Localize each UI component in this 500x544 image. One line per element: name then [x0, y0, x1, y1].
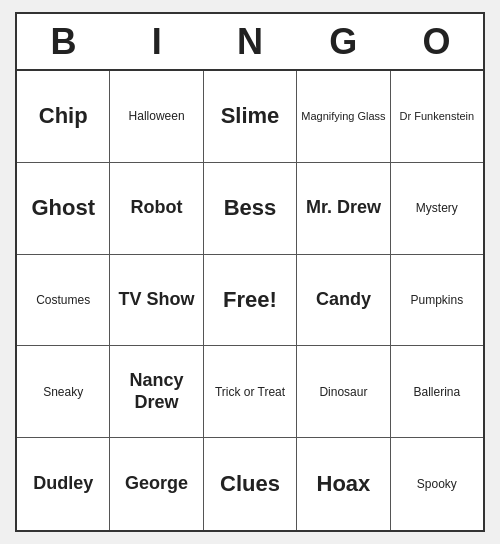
bingo-cell-4-3: Hoax	[297, 438, 390, 530]
cell-text-3-4: Ballerina	[413, 385, 460, 399]
cell-text-1-0: Ghost	[31, 195, 95, 221]
header-letter-I: I	[110, 14, 203, 69]
bingo-cell-1-3: Mr. Drew	[297, 163, 390, 255]
cell-text-4-2: Clues	[220, 471, 280, 497]
bingo-cell-1-0: Ghost	[17, 163, 110, 255]
bingo-cell-2-1: TV Show	[110, 255, 203, 347]
cell-text-3-2: Trick or Treat	[215, 385, 285, 399]
bingo-cell-3-0: Sneaky	[17, 346, 110, 438]
bingo-card: BINGO ChipHalloweenSlimeMagnifying Glass…	[15, 12, 485, 532]
bingo-row-4: DudleyGeorgeCluesHoaxSpooky	[17, 438, 483, 530]
bingo-row-0: ChipHalloweenSlimeMagnifying GlassDr Fun…	[17, 71, 483, 163]
bingo-cell-0-4: Dr Funkenstein	[391, 71, 483, 163]
bingo-cell-0-2: Slime	[204, 71, 297, 163]
bingo-cell-3-3: Dinosaur	[297, 346, 390, 438]
cell-text-3-3: Dinosaur	[319, 385, 367, 399]
cell-text-3-1: Nancy Drew	[114, 370, 198, 413]
cell-text-3-0: Sneaky	[43, 385, 83, 399]
cell-text-2-3: Candy	[316, 289, 371, 311]
header-letter-N: N	[203, 14, 296, 69]
header-letter-B: B	[17, 14, 110, 69]
bingo-cell-4-0: Dudley	[17, 438, 110, 530]
cell-text-4-3: Hoax	[317, 471, 371, 497]
cell-text-2-4: Pumpkins	[410, 293, 463, 307]
cell-text-4-0: Dudley	[33, 473, 93, 495]
cell-text-4-1: George	[125, 473, 188, 495]
cell-text-2-2: Free!	[223, 287, 277, 313]
bingo-cell-0-1: Halloween	[110, 71, 203, 163]
bingo-cell-4-4: Spooky	[391, 438, 483, 530]
cell-text-0-3: Magnifying Glass	[301, 110, 385, 123]
bingo-cell-2-4: Pumpkins	[391, 255, 483, 347]
header-letter-O: O	[390, 14, 483, 69]
bingo-grid: ChipHalloweenSlimeMagnifying GlassDr Fun…	[17, 69, 483, 530]
cell-text-1-2: Bess	[224, 195, 277, 221]
cell-text-1-4: Mystery	[416, 201, 458, 215]
cell-text-0-2: Slime	[221, 103, 280, 129]
bingo-cell-1-4: Mystery	[391, 163, 483, 255]
cell-text-1-1: Robot	[131, 197, 183, 219]
bingo-cell-3-4: Ballerina	[391, 346, 483, 438]
bingo-row-1: GhostRobotBessMr. DrewMystery	[17, 163, 483, 255]
bingo-cell-0-0: Chip	[17, 71, 110, 163]
cell-text-0-4: Dr Funkenstein	[400, 110, 475, 123]
bingo-cell-4-2: Clues	[204, 438, 297, 530]
cell-text-2-0: Costumes	[36, 293, 90, 307]
cell-text-2-1: TV Show	[119, 289, 195, 311]
bingo-cell-3-1: Nancy Drew	[110, 346, 203, 438]
bingo-cell-2-0: Costumes	[17, 255, 110, 347]
bingo-header: BINGO	[17, 14, 483, 69]
cell-text-1-3: Mr. Drew	[306, 197, 381, 219]
cell-text-0-0: Chip	[39, 103, 88, 129]
bingo-cell-2-3: Candy	[297, 255, 390, 347]
bingo-row-2: CostumesTV ShowFree!CandyPumpkins	[17, 255, 483, 347]
cell-text-0-1: Halloween	[129, 109, 185, 123]
bingo-cell-3-2: Trick or Treat	[204, 346, 297, 438]
bingo-cell-2-2: Free!	[204, 255, 297, 347]
bingo-cell-1-1: Robot	[110, 163, 203, 255]
bingo-row-3: SneakyNancy DrewTrick or TreatDinosaurBa…	[17, 346, 483, 438]
bingo-cell-1-2: Bess	[204, 163, 297, 255]
bingo-cell-0-3: Magnifying Glass	[297, 71, 390, 163]
cell-text-4-4: Spooky	[417, 477, 457, 491]
header-letter-G: G	[297, 14, 390, 69]
bingo-cell-4-1: George	[110, 438, 203, 530]
